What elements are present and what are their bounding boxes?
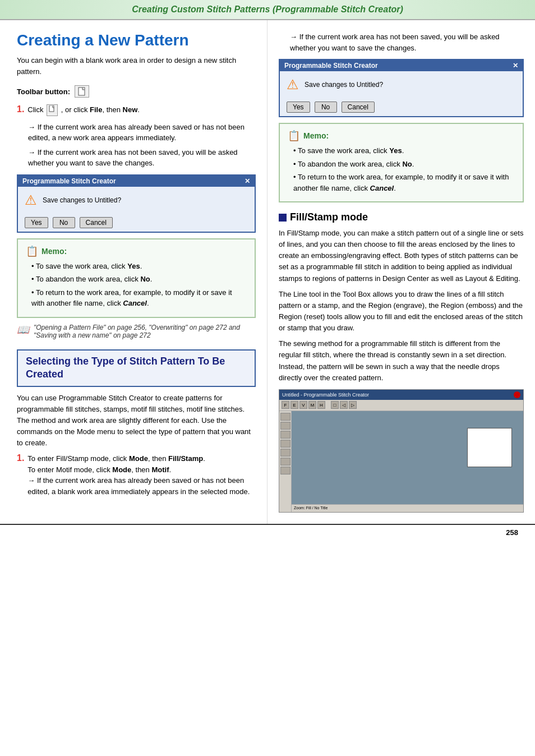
section-intro: You can use Programmable Stitch Creator … [17,393,256,449]
fill-stamp-para3: The sewing method for a programmable fil… [279,338,524,384]
step-1-text-mid: , or click File, then New. [61,105,140,114]
screenshot-toolbar: F E V M H □ ◁ ▷ [279,400,523,411]
dialog-2-content: ⚠ Save changes to Untitled? [280,71,523,98]
screenshot-body: Zoom: Fill / No Title [279,411,523,512]
page-number: 258 [506,528,518,537]
dialog-box-2: Programmable Stitch Creator ✕ ⚠ Save cha… [279,59,524,117]
screenshot-toolbar-btn-8: ▷ [349,401,357,409]
dialog-2-warning-icon: ⚠ [287,77,299,93]
screenshot-toolbar-btn-5: H [317,401,325,409]
memo-2-header: 📋 Memo: [288,130,515,142]
fill-stamp-header: Fill/Stamp mode [279,211,524,223]
step-1-arrow2: If the current work area has not been sa… [28,147,256,169]
screenshot-canvas [467,428,512,467]
screenshot-sidebar-btn-6 [280,458,290,465]
memo-1-icon: 📋 [26,245,38,257]
screenshot-sidebar-btn-7 [280,467,290,474]
memo-1-item-3: To return to the work area, for example,… [31,287,247,309]
dialog-2-title: Programmable Stitch Creator [284,62,378,70]
main-title: Creating a New Pattern [17,31,256,49]
memo-1-header-text: Memo: [41,247,67,256]
screenshot-toolbar-btn-6: □ [331,401,339,409]
dialog-2-close-icon[interactable]: ✕ [513,62,518,70]
dialog-1-title: Programmable Stitch Creator [22,177,116,185]
screenshot-statusbar: Zoom: Fill / No Title [292,504,523,512]
memo-1-item-1: To save the work area, click Yes. [31,261,247,272]
screenshot-sidebar-btn-2 [280,422,290,430]
section-box: Selecting the Type of Stitch Pattern To … [17,349,256,387]
dialog-2-no-button[interactable]: No [315,102,337,113]
screenshot-close-btn-icon [514,391,520,398]
page-footer: 258 [0,524,535,540]
page-body: Creating a New Pattern You can begin wit… [0,20,535,524]
screenshot-sidebar-btn-4 [280,440,290,448]
dialog-1-close-icon[interactable]: ✕ [245,177,250,185]
step-1-text-before: Click [27,105,45,114]
cross-ref-icon: 📖 [17,324,29,336]
screenshot-titlebar: Untitled - Programmable Stitch Creator [279,390,523,400]
dialog-2-cancel-button[interactable]: Cancel [342,102,375,113]
screenshot-toolbar-btn-7: ◁ [340,401,348,409]
step-1-arrow1: If the current work area has already bee… [28,122,256,144]
screenshot-toolbar-btn-3: V [299,401,307,409]
screenshot-image: Untitled - Programmable Stitch Creator F… [279,389,524,513]
step-1-new-icon [47,104,58,116]
right-arrow-top: If the current work area has not been sa… [290,31,524,53]
left-column: Creating a New Pattern You can begin wit… [0,20,268,524]
dialog-1-titlebar: Programmable Stitch Creator ✕ [18,176,255,187]
step-1b-row: 1. To enter Fill/Stamp mode, click Mode,… [17,453,256,500]
dialog-1-buttons: Yes No Cancel [18,214,255,232]
dialog-2-yes-button[interactable]: Yes [287,102,310,113]
step-1b-line1: To enter Fill/Stamp mode, click Mode, th… [27,453,256,464]
screenshot-toolbar-btn-1: F [282,401,289,409]
toolbar-new-icon [75,85,89,98]
step-1-row: 1. Click , or click File, then New. [17,104,256,116]
step-1b-content: To enter Fill/Stamp mode, click Mode, th… [27,453,256,500]
page-header: Creating Custom Stitch Patterns (Program… [0,0,535,20]
memo-2-item-1: To save the work area, click Yes. [293,145,515,156]
dialog-1-content: ⚠ Save changes to Untitled? [18,187,255,214]
intro-text: You can begin with a blank work area in … [17,55,256,77]
step-1-content: Click , or click File, then New. [27,104,256,116]
screenshot-toolbar-btn-2: E [290,401,298,409]
memo-2-icon: 📋 [288,130,300,142]
dialog-2-buttons: Yes No Cancel [280,98,523,116]
dialog-2-message: Save changes to Untitled? [305,81,383,89]
screenshot-sidebar-btn-5 [280,449,290,457]
screenshot-sidebar [279,411,292,512]
header-title: Creating Custom Stitch Patterns (Program… [132,4,403,14]
memo-2-item-3: To return to the work area, for example,… [293,172,515,193]
memo-1-header: 📋 Memo: [26,245,247,257]
memo-2-item-2: To abandon the work area, click No. [293,159,515,170]
fill-stamp-title: Fill/Stamp mode [290,211,368,223]
dialog-1-yes-button[interactable]: Yes [25,217,48,228]
screenshot-toolbar-btn-4: M [308,401,316,409]
step-1-number: 1. [17,104,24,114]
fill-stamp-para2: The Line tool in the Tool Box allows you… [279,289,524,334]
step-1b-line2: To enter Motif mode, click Mode, then Mo… [27,464,256,476]
screenshot-main-area: Zoom: Fill / No Title [292,411,523,512]
dialog-1-no-button[interactable]: No [53,217,75,228]
dialog-2-titlebar: Programmable Stitch Creator ✕ [280,60,523,71]
screenshot-titlebar-text: Untitled - Programmable Stitch Creator [282,392,369,398]
fill-stamp-square-icon [279,214,287,222]
dialog-1-cancel-button[interactable]: Cancel [80,217,113,228]
svg-rect-0 [79,87,85,95]
memo-1-item-2: To abandon the work area, click No. [31,274,247,285]
cross-ref: 📖 "Opening a Pattern File" on page 256, … [17,324,256,339]
screenshot-sidebar-btn-3 [280,431,290,439]
memo-box-1: 📋 Memo: To save the work area, click Yes… [17,238,256,318]
dialog-1-message: Save changes to Untitled? [43,196,121,204]
dialog-box-1: Programmable Stitch Creator ✕ ⚠ Save cha… [17,174,256,233]
step-1b-arrow1: If the current work area has already bee… [27,475,256,497]
fill-stamp-para1: In Fill/Stamp mode, you can make a stitc… [279,228,524,284]
dialog-1-warning-icon: ⚠ [25,192,37,208]
memo-2-header-text: Memo: [303,131,329,140]
right-column: If the current work area has not been sa… [268,20,535,524]
toolbar-label-row: Toolbar button: [17,85,256,98]
section-box-title: Selecting the Type of Stitch Pattern To … [26,355,247,381]
screenshot-sidebar-btn-1 [280,413,290,421]
memo-box-2: 📋 Memo: To save the work area, click Yes… [279,123,524,202]
cross-ref-text: "Opening a Pattern File" on page 256, "O… [34,324,256,339]
toolbar-label-text: Toolbar button: [17,87,70,96]
